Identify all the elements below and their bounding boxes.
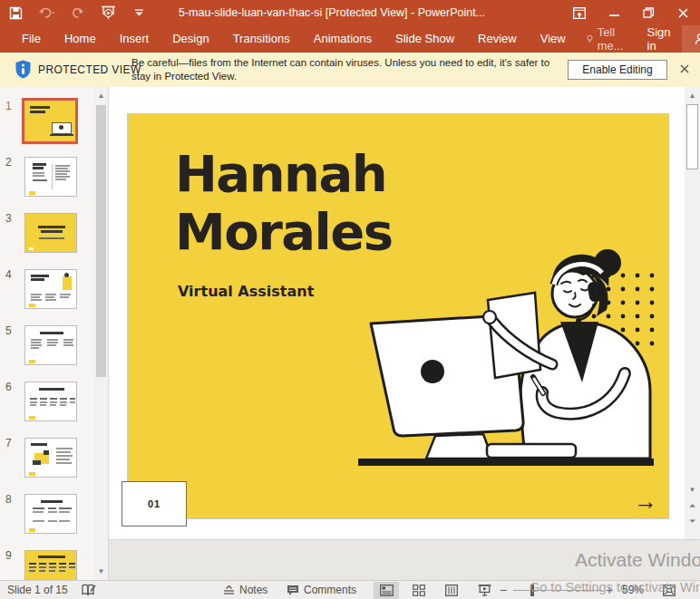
comments-label: Comments	[304, 584, 356, 596]
thumbnail-number-9: 9	[5, 549, 18, 562]
comments-icon	[287, 585, 299, 596]
undo-button[interactable]	[31, 0, 62, 25]
comments-toggle[interactable]: Comments	[287, 581, 356, 599]
protected-view-banner: PROTECTED VIEW Be careful—files from the…	[0, 53, 700, 87]
slide-canvas: Hannah Morales Virtual Assistant 01 →	[127, 113, 669, 519]
thumbnail-number-1: 1	[5, 100, 18, 112]
close-button[interactable]	[666, 0, 700, 25]
ribbon-display-options-button[interactable]	[562, 0, 597, 25]
tab-view[interactable]: View	[529, 25, 578, 53]
scroll-up-icon[interactable]: ▲	[685, 89, 700, 102]
monitor-stand	[426, 434, 492, 459]
virtual-assistant-illustration	[351, 236, 668, 469]
thumbnail-number-6: 6	[5, 381, 18, 393]
title-bar: 5-mau-slide-luan-van-thac-si [Protected …	[0, 0, 700, 25]
reading-view-button[interactable]	[439, 582, 464, 599]
main-scrollbar[interactable]: ▲ ▼ ⏶ ⏷	[685, 87, 700, 539]
thumbnail-scrollbar-thumb[interactable]	[96, 105, 106, 377]
tab-home[interactable]: Home	[53, 25, 108, 53]
thumbnail-number-2: 2	[5, 156, 18, 169]
protected-view-label: PROTECTED VIEW	[38, 63, 141, 76]
slide-thumbnail-6[interactable]	[24, 382, 77, 421]
notes-icon	[223, 585, 235, 595]
tab-insert[interactable]: Insert	[108, 25, 161, 53]
slide-thumbnail-5[interactable]	[24, 325, 77, 365]
thumbnail-scrollbar[interactable]: ▲ ▼	[94, 87, 108, 580]
tab-transitions[interactable]: Transitions	[221, 25, 302, 53]
tell-me-label: Tell me...	[598, 25, 627, 53]
go-to-settings-watermark: Go to Settings to activate Windows.	[530, 580, 700, 594]
normal-view-button[interactable]	[374, 582, 399, 599]
save-button[interactable]	[0, 0, 31, 25]
thumbnail-scroll-down-icon[interactable]: ▼	[94, 565, 108, 578]
slide-thumbnail-1[interactable]	[22, 98, 78, 144]
share-person-icon	[695, 34, 700, 45]
slide-sorter-view-button[interactable]	[406, 582, 432, 599]
slide-thumbnail-9[interactable]	[24, 550, 77, 580]
activate-windows-watermark: Activate Windows	[575, 549, 700, 571]
tab-design[interactable]: Design	[160, 25, 220, 53]
main-scrollbar-thumb[interactable]	[686, 104, 698, 169]
spell-check-icon[interactable]	[82, 581, 96, 599]
minimize-button[interactable]	[597, 0, 631, 25]
thumbnail-number-8: 8	[5, 493, 18, 506]
redo-button[interactable]	[62, 0, 92, 25]
ribbon-tab-bar: FileHomeInsertDesignTransitionsAnimation…	[0, 25, 700, 53]
thumbnail-scroll-up-icon[interactable]: ▲	[94, 89, 108, 102]
powerpoint-window: 5-mau-slide-luan-van-thac-si [Protected …	[0, 0, 700, 599]
tab-file[interactable]: File	[10, 25, 53, 53]
undo-dropdown-caret	[52, 12, 54, 14]
slide-indicator[interactable]: Slide 1 of 15	[7, 581, 68, 599]
sign-in-button[interactable]: Sign in	[637, 25, 682, 53]
tab-slide-show[interactable]: Slide Show	[384, 25, 466, 53]
slide-next-arrow: →	[634, 488, 657, 516]
slide-thumbnail-3[interactable]	[24, 213, 77, 253]
banner-close-icon[interactable]	[676, 61, 693, 77]
scroll-down-icon[interactable]: ▼	[685, 483, 700, 497]
zoom-out-button[interactable]: −	[500, 581, 507, 599]
notes-label: Notes	[239, 584, 267, 596]
window-title: 5-mau-slide-luan-van-thac-si [Protected …	[109, 0, 555, 25]
slide-page-number-box: 01	[122, 481, 187, 527]
tab-animations[interactable]: Animations	[302, 25, 384, 53]
mic	[576, 318, 581, 324]
thumbnail-number-3: 3	[5, 212, 18, 225]
keyboard	[487, 444, 576, 458]
enable-editing-button[interactable]: Enable Editing	[568, 60, 667, 80]
tell-me-box[interactable]: Tell me...	[578, 25, 637, 53]
slide-show-button[interactable]	[472, 582, 497, 599]
tab-review[interactable]: Review	[466, 25, 529, 53]
slide-thumbnail-8[interactable]	[24, 494, 77, 534]
slide-thumbnail-panel: 123456789	[0, 87, 108, 580]
slide-thumbnail-4[interactable]	[24, 269, 77, 309]
monitor-logo-dot	[421, 360, 444, 383]
slide-subtitle: Virtual Assistant	[178, 283, 314, 300]
lightbulb-icon	[587, 33, 593, 45]
slide-thumbnail-7[interactable]	[24, 438, 77, 478]
protected-view-message: Be careful—files from the Internet can c…	[131, 56, 567, 83]
share-button[interactable]: Share	[682, 25, 700, 53]
thumbnail-number-7: 7	[5, 437, 18, 449]
thumbnail-number-5: 5	[5, 324, 18, 337]
slide-thumbnail-2[interactable]	[24, 157, 77, 197]
previous-slide-button[interactable]: ⏶	[685, 499, 700, 513]
shield-icon	[15, 60, 31, 82]
slide-page-number: 01	[148, 498, 160, 509]
thumbnail-number-4: 4	[5, 268, 18, 281]
restore-button[interactable]	[631, 0, 666, 25]
notes-toggle[interactable]: Notes	[223, 581, 267, 599]
next-slide-button[interactable]: ⏷	[685, 515, 700, 528]
hand	[483, 311, 496, 324]
